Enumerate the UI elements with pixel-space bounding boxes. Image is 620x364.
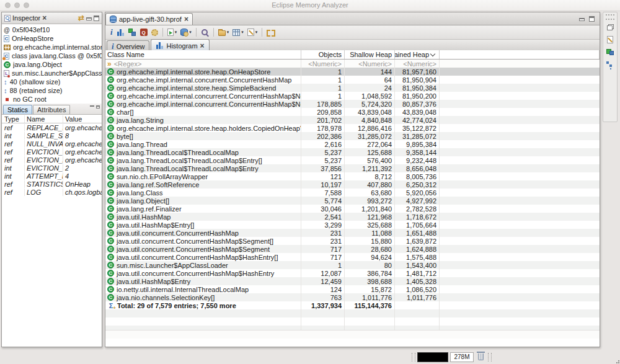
drag-handle[interactable] xyxy=(606,14,614,20)
histogram-row[interactable]: java.lang.ThreadLocal$ThreadLocalMap$Ent… xyxy=(105,156,600,164)
statics-row[interactable]: intATTEMPT_R...4 xyxy=(2,172,102,180)
histogram-row[interactable]: org.ehcache.impl.internal.concurrent.Con… xyxy=(105,92,600,100)
inspector-tree-item[interactable]: 40 (shallow size) xyxy=(2,78,102,86)
histogram-row[interactable]: java.util.HashMap$Entry[]3,299325,6881,7… xyxy=(105,221,600,229)
statics-row[interactable]: refLOGch.qos.logbac xyxy=(2,188,102,196)
histogram-row[interactable]: java.lang.ThreadLocal$ThreadLocalMap$Ent… xyxy=(105,164,600,172)
close-icon[interactable] xyxy=(184,16,188,22)
inspector-tree-item[interactable]: 0x5f043ef10 xyxy=(2,25,102,34)
maximize-editor-icon[interactable] xyxy=(589,16,595,22)
zoom-window-button[interactable] xyxy=(24,2,29,8)
navigation-history-button[interactable] xyxy=(604,47,616,57)
sync-icon[interactable] xyxy=(78,14,84,22)
histogram-row[interactable]: org.ehcache.impl.internal.concurrent.Con… xyxy=(105,76,600,84)
histogram-row[interactable]: io.netty.util.internal.InternalThreadLoc… xyxy=(105,285,600,293)
search-button[interactable] xyxy=(199,27,211,38)
window-resize-grip[interactable] xyxy=(615,359,619,363)
histogram-row[interactable]: java.util.HashMap2,541121,9681,718,672 xyxy=(105,213,600,221)
statics-row[interactable]: refREPLACE_E...org.ehcache.i xyxy=(2,123,102,131)
histogram-row[interactable]: java.util.concurrent.ConcurrentHashMap$S… xyxy=(105,245,600,253)
column-header-type[interactable]: Type xyxy=(2,115,25,123)
drag-grip[interactable] xyxy=(488,353,492,362)
histogram-row[interactable]: java.util.HashMap$Entry12,459398,6881,40… xyxy=(105,277,600,285)
histogram-row[interactable]: org.ehcache.impl.internal.store.heap.Sim… xyxy=(105,84,600,92)
restore-views-button[interactable] xyxy=(604,22,616,32)
statics-row[interactable]: refEVICTION_P...org.ehcache.i xyxy=(2,148,102,156)
statics-row[interactable]: intSAMPLE_SIZE8 xyxy=(2,131,102,140)
histogram-row[interactable]: org.ehcache.impl.internal.store.heap.hol… xyxy=(105,124,600,132)
query-browser-button[interactable]: ▾ xyxy=(179,27,193,38)
class-name-label: java.nio.channels.SelectionKey[] xyxy=(117,294,215,301)
column-header-shallow-heap[interactable]: Shallow Heap xyxy=(345,50,395,59)
calculate-retained-size-button[interactable]: ▾ xyxy=(231,27,246,38)
editor-tab-hprof[interactable]: app-live-gift-30.hprof xyxy=(105,13,193,25)
outline-view-button[interactable] xyxy=(604,60,616,69)
horizontal-scrollbar[interactable] xyxy=(105,330,600,339)
inspector-tree-item[interactable]: sun.misc.Launcher$AppClassLo... xyxy=(2,69,102,78)
histogram-row[interactable]: java.lang.ref.SoftReference10,197407,880… xyxy=(105,180,600,189)
histogram-row[interactable]: org.ehcache.impl.internal.store.heap.OnH… xyxy=(105,68,600,76)
close-icon[interactable] xyxy=(200,43,205,49)
inspector-tree-item[interactable]: no GC root xyxy=(2,95,102,104)
tab-statics[interactable]: Statics xyxy=(3,105,32,114)
class-name-filter-input[interactable]: <Regex> xyxy=(105,60,301,68)
column-header-name[interactable]: Name xyxy=(25,115,63,123)
dominator-tree-button[interactable] xyxy=(126,27,138,38)
tab-attributes[interactable]: Attributes xyxy=(33,105,70,114)
maximize-view-icon[interactable] xyxy=(94,16,99,21)
histogram-row[interactable]: java.lang.Class7,58863,6805,920,056 xyxy=(105,189,600,197)
statics-row[interactable]: refNULL_INVA...org.ehcache.i xyxy=(2,140,102,148)
histogram-button[interactable] xyxy=(115,27,126,38)
histogram-row[interactable]: java.lang.Thread2,616272,0649,895,384 xyxy=(105,140,600,148)
column-header-value[interactable]: Value xyxy=(63,115,102,123)
column-header-class-name[interactable]: Class Name xyxy=(105,50,301,59)
overview-button[interactable] xyxy=(108,27,115,38)
inspector-tab-label[interactable]: Inspector xyxy=(12,14,40,22)
maximize-section-icon[interactable] xyxy=(96,105,100,109)
histogram-total-row[interactable]: Total: 29 of 7,579 entries; 7,550 more1,… xyxy=(105,301,600,309)
histogram-row[interactable]: java.nio.channels.SelectionKey[]7631,011… xyxy=(105,293,600,301)
minimize-editor-icon[interactable] xyxy=(579,18,585,21)
run-expert-report-button[interactable]: ▾ xyxy=(166,27,179,38)
statics-row[interactable]: intEVICTION_R...2 xyxy=(2,164,102,172)
histogram-row[interactable]: java.lang.ref.Finalizer30,0461,201,8402,… xyxy=(105,205,600,213)
inspector-tree-item[interactable]: class java.lang.Class @ 0x5f045... xyxy=(2,51,102,60)
shallow-heap-filter-input[interactable]: <Numeric> xyxy=(345,60,395,68)
tab-histogram[interactable]: Histogram xyxy=(151,39,209,51)
statics-row[interactable]: refSTATISTICS_...OnHeap xyxy=(2,180,102,188)
compare-button[interactable] xyxy=(265,27,277,38)
histogram-row[interactable]: java.util.concurrent.ConcurrentHashMap23… xyxy=(105,229,600,237)
objects-filter-input[interactable]: <Numeric> xyxy=(301,60,345,68)
minimize-section-icon[interactable] xyxy=(90,105,94,109)
close-window-button[interactable] xyxy=(5,2,11,8)
thread-overview-button[interactable] xyxy=(149,27,160,38)
histogram-row[interactable]: java.lang.Object[]5,774993,2724,927,992 xyxy=(105,197,600,205)
inspector-tree-item[interactable]: java.lang.Object xyxy=(2,60,102,69)
statics-row[interactable]: refEVICTION_A...org.ehcache.i xyxy=(2,156,102,164)
histogram-row[interactable]: java.lang.ThreadLocal$ThreadLocalMap5,23… xyxy=(105,148,600,156)
oql-button[interactable] xyxy=(138,27,149,38)
inspector-tree-item[interactable]: org.ehcache.impl.internal.store.... xyxy=(2,43,102,51)
inspector-tree-item[interactable]: OnHeapStore xyxy=(2,34,102,43)
minimize-view-icon[interactable] xyxy=(86,17,92,20)
histogram-row[interactable]: org.ehcache.impl.internal.concurrent.Con… xyxy=(105,100,600,108)
histogram-row[interactable]: char[]209,85843,839,04843,839,048 xyxy=(105,108,600,116)
histogram-row[interactable]: java.lang.String201,7024,840,84842,774,0… xyxy=(105,116,600,124)
group-result-button[interactable]: ▾ xyxy=(216,27,231,38)
histogram-row[interactable]: byte[]202,38631,285,07231,285,072 xyxy=(105,132,600,140)
histogram-row[interactable]: java.util.concurrent.ConcurrentHashMap$H… xyxy=(105,253,600,261)
column-header-retained-heap[interactable]: Retained Heap xyxy=(395,50,440,59)
histogram-row[interactable]: sun.nio.ch.EPollArrayWrapper1218,7128,00… xyxy=(105,172,600,180)
retained-heap-filter-input[interactable]: <Numeric> xyxy=(395,60,440,68)
minimize-window-button[interactable] xyxy=(14,2,20,8)
close-icon[interactable] xyxy=(42,15,46,21)
inspector-tree-item[interactable]: 88 (retained size) xyxy=(2,86,102,95)
histogram-row[interactable]: java.util.concurrent.ConcurrentHashMap$H… xyxy=(105,269,600,277)
notes-view-button[interactable] xyxy=(604,35,616,45)
run-garbage-collector-button[interactable] xyxy=(476,352,486,362)
histogram-row[interactable]: java.util.concurrent.ConcurrentHashMap$S… xyxy=(105,237,600,245)
drag-grip[interactable] xyxy=(412,353,415,362)
column-header-objects[interactable]: Objects xyxy=(301,50,345,59)
histogram-row[interactable]: sun.misc.Launcher$AppClassLoader1801,543… xyxy=(105,261,600,269)
export-button[interactable]: ▾ xyxy=(246,27,260,38)
